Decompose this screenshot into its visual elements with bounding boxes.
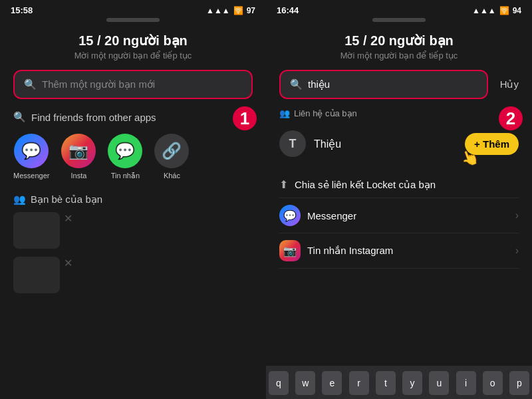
key-t[interactable]: t (376, 371, 396, 395)
left-app-icons-row: 💬 Messenger 📷 Insta 💬 Tin nhắn 🔗 Khác (13, 134, 253, 180)
find-friends-label: Find friends from other apps (31, 112, 156, 123)
right-search-icon: 🔍 (290, 78, 303, 90)
left-search-bar[interactable]: 🔍 Thêm một người bạn mới (13, 70, 253, 99)
insta-icon-circle: 📷 (61, 134, 96, 168)
contact-row: T Thiệu + Thêm 👆 (279, 124, 519, 164)
key-q[interactable]: q (269, 371, 289, 395)
left-title-section: 15 / 20 người bạn Mời một người bạn để t… (13, 33, 253, 61)
right-subtitle: Mời một người bạn để tiếp tục (279, 51, 519, 61)
app-icon-tinnhan[interactable]: 💬 Tin nhắn (108, 134, 142, 180)
right-search-input[interactable]: thiệu (308, 78, 330, 90)
right-time: 16:44 (277, 5, 299, 15)
share-messenger-label: Messenger (307, 210, 356, 221)
insta-label: Insta (70, 172, 86, 180)
left-friends-header: 👥 Bạn bè của bạn (13, 194, 253, 205)
tinnhan-icon-circle: 💬 (108, 134, 142, 168)
share-instagram-icon: 📷 (279, 240, 301, 261)
left-badge: 1 (233, 106, 257, 130)
messenger-chevron-icon: › (515, 209, 519, 221)
key-p[interactable]: p (509, 371, 529, 395)
share-section: ⬆ Chia sẻ liên kết Locket của bạn 💬 Mess… (279, 172, 519, 269)
tinnhan-label: Tin nhắn (111, 172, 140, 180)
right-wifi-icon: 🛜 (499, 6, 509, 15)
cancel-button[interactable]: Hủy (500, 78, 519, 90)
left-search-placeholder: Thêm một người bạn mới (42, 78, 155, 90)
left-wifi-icon: 🛜 (233, 6, 243, 15)
right-search-row: 🔍 thiệu Hủy (279, 70, 519, 99)
left-battery: 97 (247, 6, 255, 15)
share-instagram-row[interactable]: 📷 Tin nhắn Instagram › (279, 233, 519, 269)
add-label: + Thêm (474, 138, 509, 150)
hand-cursor-icon: 👆 (458, 147, 481, 170)
instagram-chevron-icon: › (515, 245, 519, 257)
right-notch (372, 18, 426, 22)
contact-avatar: T (279, 130, 306, 157)
keyboard-row: q w e r t y u i o p (266, 366, 532, 399)
key-e[interactable]: e (322, 371, 342, 395)
right-phone-panel: 16:44 ▲▲▲ 🛜 94 15 / 20 người bạn Mời một… (266, 0, 532, 399)
share-messenger-icon: 💬 (279, 205, 301, 226)
left-notch (106, 18, 160, 22)
friends-label: Bạn bè của bạn (31, 194, 102, 205)
left-subtitle: Mời một người bạn để tiếp tục (13, 51, 253, 61)
dismiss-icon-2[interactable]: ✕ (64, 257, 72, 293)
app-icon-insta[interactable]: 📷 Insta (61, 134, 96, 180)
khac-label: Khác (164, 172, 180, 180)
add-contact-button[interactable]: + Thêm 👆 (465, 133, 519, 155)
contacts-label: Liên hệ của bạn (294, 108, 357, 118)
right-badge: 2 (499, 106, 523, 130)
left-phone-panel: 15:58 ▲▲▲ 🛜 97 15 / 20 người bạn Mời một… (0, 0, 266, 399)
share-instagram-label: Tin nhắn Instagram (307, 245, 393, 257)
bottom-thumbnails: ✕ ✕ (13, 212, 253, 293)
left-time: 15:58 (11, 5, 33, 15)
left-find-friends-row[interactable]: 🔍 Find friends from other apps (13, 111, 253, 123)
contacts-section: 👥 Liên hệ của bạn T Thiệu + Thêm 👆 (279, 108, 519, 164)
app-icon-khac[interactable]: 🔗 Khác (154, 134, 189, 180)
right-search-bar[interactable]: 🔍 thiệu (279, 70, 488, 99)
right-signal-icon: ▲▲▲ (472, 6, 496, 15)
contacts-section-header: 👥 Liên hệ của bạn (279, 108, 519, 118)
key-w[interactable]: w (295, 371, 315, 395)
dismiss-icon-1[interactable]: ✕ (64, 212, 72, 249)
right-title-section: 15 / 20 người bạn Mời một người bạn để t… (279, 33, 519, 61)
left-status-bar: 15:58 ▲▲▲ 🛜 97 (0, 0, 266, 18)
key-u[interactable]: u (429, 371, 449, 395)
left-title: 15 / 20 người bạn (13, 33, 253, 49)
thumb-2 (13, 257, 60, 293)
left-signal-icon: ▲▲▲ (206, 6, 230, 15)
messenger-label: Messenger (13, 172, 49, 180)
left-search-icon: 🔍 (24, 78, 37, 90)
right-status-bar: 16:44 ▲▲▲ 🛜 94 (266, 0, 532, 18)
share-icon: ⬆ (279, 178, 288, 191)
key-o[interactable]: o (483, 371, 503, 395)
friends-icon: 👥 (13, 194, 26, 205)
messenger-icon-circle: 💬 (14, 134, 49, 168)
share-label: Chia sẻ liên kết Locket của bạn (295, 179, 436, 191)
right-title: 15 / 20 người bạn (279, 33, 519, 49)
right-battery: 94 (513, 6, 521, 15)
contact-name: Thiệu (314, 138, 457, 150)
khac-icon-circle: 🔗 (154, 134, 189, 168)
find-friends-icon: 🔍 (13, 111, 26, 123)
key-r[interactable]: r (349, 371, 369, 395)
app-icon-messenger[interactable]: 💬 Messenger (13, 134, 49, 180)
key-y[interactable]: y (402, 371, 422, 395)
key-i[interactable]: i (456, 371, 476, 395)
share-messenger-row[interactable]: 💬 Messenger › (279, 198, 519, 233)
contacts-icon: 👥 (279, 108, 290, 118)
thumb-1 (13, 212, 60, 249)
share-section-header-row: ⬆ Chia sẻ liên kết Locket của bạn (279, 172, 519, 198)
